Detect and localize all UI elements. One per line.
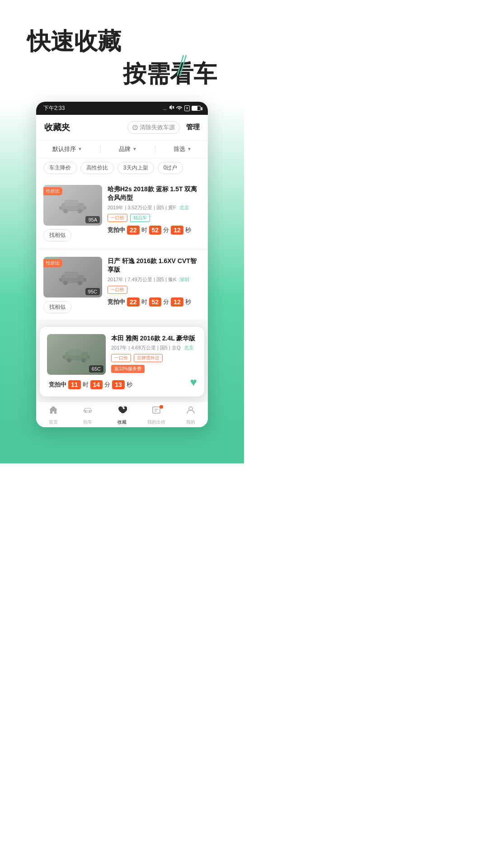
heart-icon[interactable]: ♥ xyxy=(190,375,197,389)
car-tags-3: 一口价 京牌需外迁 返10%服务费 xyxy=(111,354,197,373)
car-tag-3-2: 京牌需外迁 xyxy=(134,354,163,362)
svg-point-9 xyxy=(63,209,68,213)
car-icon xyxy=(83,405,93,418)
value-badge-1: 性价比 xyxy=(43,187,62,195)
car-name-2: 日产 轩逸 2016款 1.6XV CVT智享版 xyxy=(108,257,201,274)
car-meta-3: 2017年 | 4.69万公里 | 国5 | 京Q 北京 xyxy=(111,344,197,351)
tag-no-transfer[interactable]: 0过户 xyxy=(158,162,183,174)
brand-filter[interactable]: 品牌 ▼ xyxy=(119,145,137,153)
status-icons: ... × xyxy=(163,104,201,112)
nav-auction[interactable]: 拍车 xyxy=(70,405,105,425)
nav-my-bid[interactable]: 我的出价 xyxy=(139,405,174,425)
bottom-green-area xyxy=(0,427,244,463)
car-tag-3-1: 一口价 xyxy=(111,354,131,362)
svg-rect-26 xyxy=(89,411,90,412)
svg-rect-25 xyxy=(85,411,86,412)
wifi-icon xyxy=(176,105,183,111)
timer-seconds-3: 13 xyxy=(112,380,125,389)
tag-price-drop[interactable]: 车主降价 xyxy=(43,162,77,174)
timer-minutes-2: 52 xyxy=(149,297,162,307)
app-header: 收藏夹 清除失效车源 管理 xyxy=(36,115,208,141)
car-city-2: 深圳 xyxy=(179,277,189,282)
filter-divider-1 xyxy=(100,146,101,153)
quick-tag-row: 车主降价 高性价比 3天内上架 0过户 xyxy=(36,158,208,179)
svg-rect-14 xyxy=(65,272,78,278)
phone-area: 下午2:33 ... × 收藏夹 清除失效车源 xyxy=(0,102,244,427)
svg-rect-12 xyxy=(84,206,86,210)
svg-point-27 xyxy=(123,407,125,409)
nav-home-label: 首页 xyxy=(49,419,58,425)
svg-rect-20 xyxy=(68,349,82,355)
battery-icon xyxy=(192,106,201,111)
clear-invalid-button[interactable]: 清除失效车源 xyxy=(127,121,180,134)
app-header-title: 收藏夹 xyxy=(44,122,70,133)
timer-minutes-3: 14 xyxy=(90,380,103,389)
car-tag-2-1: 一口价 xyxy=(108,286,127,294)
car-item-3[interactable]: 65C 本田 雅阁 2016款 2.4L 豪华版 2017年 | 4.69万公里… xyxy=(40,327,204,396)
heart-nav-icon xyxy=(117,405,127,418)
car-info-3: 本田 雅阁 2016款 2.4L 豪华版 2017年 | 4.69万公里 | 国… xyxy=(111,334,197,375)
svg-point-16 xyxy=(78,281,82,285)
home-icon xyxy=(48,405,58,418)
tag-value[interactable]: 高性价比 xyxy=(80,162,114,174)
car-image-1: 性价比 95A xyxy=(43,185,102,226)
auction-timer-3: 竞拍中 11 时 14 分 13 秒 ♥ xyxy=(47,380,197,389)
screen-filter[interactable]: 筛选 ▼ xyxy=(174,145,192,153)
person-icon xyxy=(186,405,196,418)
svg-rect-8 xyxy=(65,200,78,206)
svg-point-22 xyxy=(81,358,86,363)
car-tag-1-1: 一口价 xyxy=(108,214,127,222)
nav-bid-label: 我的出价 xyxy=(147,419,165,425)
clear-label: 清除失效车源 xyxy=(140,123,175,132)
tag-new[interactable]: 3天内上架 xyxy=(117,162,154,174)
score-badge-1: 95A xyxy=(85,216,100,223)
similar-button-2[interactable]: 找相似 xyxy=(43,301,71,313)
score-badge-3: 65C xyxy=(89,365,103,373)
filter-label: 筛选 xyxy=(174,145,185,153)
car-city-1: 北京 xyxy=(179,205,189,210)
filter-bar: 默认排序 ▼ 品牌 ▼ 筛选 ▼ xyxy=(36,141,208,158)
car-city-3: 北京 xyxy=(184,345,194,350)
svg-rect-23 xyxy=(63,355,66,359)
car-info-1: 哈弗H2s 2018款 蓝标 1.5T 双离合风尚型 2019年 | 3.52万… xyxy=(108,185,201,241)
score-badge-2: 95C xyxy=(85,288,100,295)
value-badge-2: 性价比 xyxy=(43,259,62,267)
car-item-2[interactable]: 性价比 95C 找相似 日产 轩逸 2016款 1.6XV CVT智享版 201… xyxy=(36,250,208,320)
car-tag-1-2: 精品车 xyxy=(130,214,150,222)
nav-profile-label: 我的 xyxy=(186,419,195,425)
svg-rect-17 xyxy=(59,278,62,282)
svg-rect-28 xyxy=(153,407,160,413)
car-tags-1: 一口价 精品车 xyxy=(108,214,201,222)
car-image-3: 65C xyxy=(47,334,106,375)
nav-favorites-label: 收藏 xyxy=(117,419,127,425)
timer-hours-2: 22 xyxy=(127,297,140,307)
sort-arrow-icon: ▼ xyxy=(78,146,82,151)
timer-seconds-1: 12 xyxy=(171,226,183,235)
similar-button-1[interactable]: 找相似 xyxy=(43,229,71,241)
filter-arrow-icon: ▼ xyxy=(187,146,192,151)
signal-icon: ... xyxy=(163,105,167,111)
car-meta-2: 2017年 | 7.49万公里 | 国5 | 豫K 深圳 xyxy=(108,276,201,283)
car-name-3: 本田 雅阁 2016款 2.4L 豪华版 xyxy=(111,334,197,343)
timer-minutes-1: 52 xyxy=(149,226,162,235)
svg-point-10 xyxy=(78,209,82,213)
manage-button[interactable]: 管理 xyxy=(186,123,200,132)
screen-icon: × xyxy=(184,105,190,111)
car-name-1: 哈弗H2s 2018款 蓝标 1.5T 双离合风尚型 xyxy=(108,185,201,203)
nav-favorites[interactable]: 收藏 xyxy=(105,405,139,425)
car-tags-2: 一口价 xyxy=(108,286,201,294)
svg-point-6 xyxy=(135,128,136,129)
sort-filter[interactable]: 默认排序 ▼ xyxy=(52,145,82,153)
brand-arrow-icon: ▼ xyxy=(132,146,137,151)
sort-label: 默认排序 xyxy=(52,145,76,153)
status-bar: 下午2:33 ... × xyxy=(36,102,208,115)
car-item-1[interactable]: 性价比 95A 找相似 哈弗H2s 2018款 蓝标 1.5T 双离合风尚型 2… xyxy=(36,179,208,248)
bid-icon xyxy=(151,405,161,418)
nav-profile[interactable]: 我的 xyxy=(174,405,208,425)
timer-hours-1: 22 xyxy=(127,226,140,235)
car-list: 性价比 95A 找相似 哈弗H2s 2018款 蓝标 1.5T 双离合风尚型 2… xyxy=(36,179,208,401)
filter-divider-2 xyxy=(155,146,155,153)
nav-home[interactable]: 首页 xyxy=(36,405,70,425)
status-time: 下午2:33 xyxy=(43,104,65,112)
nav-auction-label: 拍车 xyxy=(83,419,92,425)
